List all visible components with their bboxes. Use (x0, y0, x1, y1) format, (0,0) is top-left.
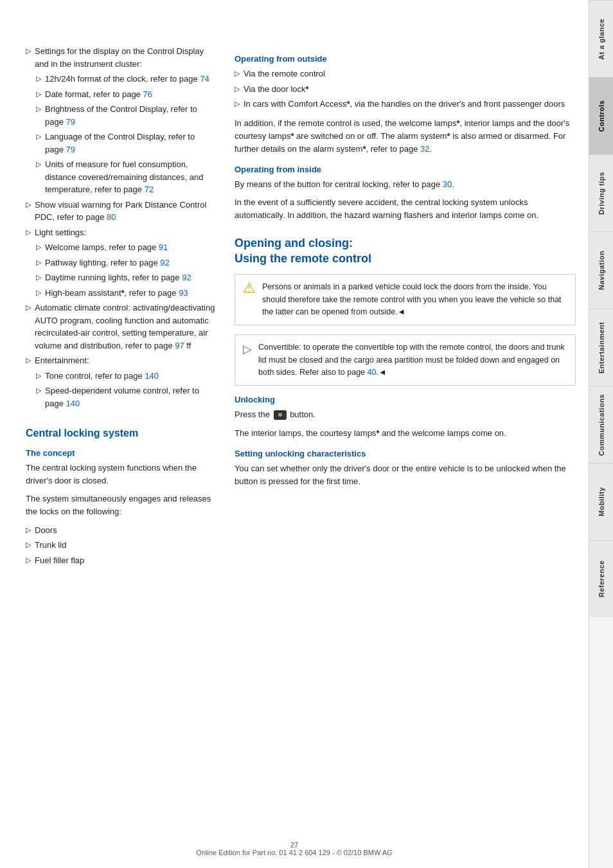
operating-inside-para2: In the event of a sufficiently severe ac… (235, 196, 576, 222)
page-footer: 27 Online Edition for Part no. 01 41 2 6… (0, 841, 589, 856)
bullet-text: Automatic climate control: activating/de… (35, 302, 215, 352)
note-text: Convertible: to operate the convertible … (258, 341, 567, 379)
bullet-text: Language of the Control Display, refer t… (45, 131, 215, 156)
list-item: ▷ Language of the Control Display, refer… (36, 131, 215, 156)
list-item: ▷ Fuel filler flap (26, 554, 215, 567)
unlocking-para2: The interior lamps, the courtesy lamps* … (235, 427, 576, 440)
opening-closing-heading: Opening and closing:Using the remote con… (235, 236, 576, 266)
sidebar-tab-entertainment[interactable]: Entertainment (589, 309, 613, 386)
page-link[interactable]: 72 (145, 185, 154, 194)
list-item: ▷ Welcome lamps, refer to page 91 (36, 241, 215, 254)
bullet-arrow: ▷ (36, 159, 41, 170)
note-box: ▷ Convertible: to operate the convertibl… (235, 334, 576, 386)
page-link[interactable]: 140 (66, 399, 80, 408)
operating-inside-heading: Operating from inside (235, 165, 576, 174)
bullet-text: Date format, refer to page 76 (45, 88, 215, 101)
bullet-arrow: ▷ (36, 272, 41, 283)
bullet-text: High-beam assistant*, refer to page 93 (45, 287, 215, 300)
page-link[interactable]: 97 (175, 341, 184, 350)
bullet-arrow: ▷ (26, 302, 31, 313)
list-item: ▷ Tone control, refer to page 140 (36, 370, 215, 383)
bullet-text: Entertainment: (35, 354, 215, 367)
page-link[interactable]: 92 (160, 258, 169, 267)
sidebar-tab-mobility[interactable]: Mobility (589, 463, 613, 540)
list-item: ▷ Brightness of the Control Display, ref… (36, 103, 215, 128)
list-item: ▷ Doors (26, 524, 215, 537)
bullet-arrow: ▷ (235, 84, 240, 95)
bullet-text: Pathway lighting, refer to page 92 (45, 257, 215, 269)
nested-list: ▷ Welcome lamps, refer to page 91 ▷ Path… (36, 241, 215, 299)
list-item: ▷ Via the remote control (235, 68, 576, 80)
page-link[interactable]: 40 (368, 368, 377, 377)
sidebar-tab-communications[interactable]: Communications (589, 386, 613, 463)
concept-para2: The system simultaneously engages and re… (26, 493, 215, 518)
sidebar-tab-reference[interactable]: Reference (589, 540, 613, 617)
bullet-arrow: ▷ (235, 68, 240, 79)
list-item: ▷ Date format, refer to page 76 (36, 88, 215, 101)
bullet-arrow: ▷ (36, 131, 41, 142)
sidebar-tab-at-a-glance[interactable]: At a glance (589, 0, 613, 77)
bullet-text: Speed-dependent volume control, refer to… (45, 384, 215, 410)
bullet-arrow: ▷ (36, 104, 41, 114)
list-item: ▷ Units of measure for fuel consumption,… (36, 158, 215, 196)
bullet-text: Show visual warning for Park Distance Co… (35, 199, 215, 224)
page-link[interactable]: 79 (66, 117, 75, 127)
bullet-arrow: ▷ (26, 46, 31, 57)
page-link[interactable]: 74 (200, 74, 209, 84)
bullet-arrow: ▷ (36, 73, 41, 84)
bullet-text: Light settings: (35, 226, 215, 239)
list-item: ▷ Show visual warning for Park Distance … (26, 199, 215, 224)
operating-outside-para: In addition, if the remote control is us… (235, 117, 576, 156)
list-item: ▷ Speed-dependent volume control, refer … (36, 384, 215, 410)
page-link[interactable]: 32 (420, 144, 429, 154)
note-icon: ▷ (243, 342, 252, 356)
page-link[interactable]: 79 (66, 145, 75, 154)
operating-outside-heading: Operating from outside (235, 54, 576, 64)
bullet-text: Welcome lamps, refer to page 91 (45, 241, 215, 254)
page-link[interactable]: 80 (107, 212, 116, 222)
bullet-arrow: ▷ (36, 257, 41, 268)
list-item: ▷ 12h/24h format of the clock, refer to … (36, 73, 215, 86)
page-number: 27 (290, 841, 298, 849)
list-item: ▷ Entertainment: (26, 354, 215, 367)
page-link[interactable]: 93 (179, 288, 188, 298)
bullet-text: In cars with Comfort Access*, via the ha… (244, 98, 576, 111)
bullet-text: Tone control, refer to page 140 (45, 370, 215, 383)
bullet-arrow: ▷ (26, 355, 31, 366)
page-link[interactable]: 91 (159, 242, 168, 252)
list-item: ▷ Light settings: (26, 226, 215, 239)
bullet-arrow: ▷ (26, 555, 31, 566)
bullet-arrow: ▷ (36, 370, 41, 381)
bullet-arrow: ▷ (36, 89, 41, 100)
page-link[interactable]: 30 (443, 179, 452, 189)
central-locking-heading: Central locking system (26, 428, 215, 439)
list-item: ▷ Daytime running lights, refer to page … (36, 271, 215, 284)
bullet-text: Doors (35, 524, 215, 537)
warning-icon: ⚠ (243, 280, 256, 296)
concept-para1: The central locking system functions whe… (26, 462, 215, 487)
list-item: ▷ Automatic climate control: activating/… (26, 302, 215, 352)
footer-copyright: Online Edition for Part no. 01 41 2 604 … (196, 849, 392, 856)
opening-closing-line1: Opening and closing:Using the remote con… (235, 237, 371, 264)
bullet-arrow: ▷ (26, 539, 31, 550)
nested-list: ▷ Tone control, refer to page 140 ▷ Spee… (36, 370, 215, 410)
bullet-text: Via the door lock* (244, 83, 576, 96)
setting-unlocking-heading: Setting unlocking characteristics (235, 449, 576, 458)
list-item: ▷ Via the door lock* (235, 83, 576, 96)
bullet-arrow: ▷ (36, 287, 41, 298)
nested-list: ▷ 12h/24h format of the clock, refer to … (36, 73, 215, 196)
bullet-arrow: ▷ (26, 525, 31, 536)
setting-unlocking-para: You can set whether only the driver's do… (235, 462, 576, 488)
sidebar-tab-navigation[interactable]: Navigation (589, 231, 613, 309)
page-link[interactable]: 92 (182, 273, 191, 282)
sidebar-tab-controls[interactable]: Controls (589, 77, 613, 154)
page-link[interactable]: 140 (145, 371, 159, 381)
sidebar-tab-driving-tips[interactable]: Driving tips (589, 154, 613, 231)
bullet-text: Via the remote control (244, 68, 576, 80)
concept-subheading: The concept (26, 448, 215, 458)
list-item: ▷ In cars with Comfort Access*, via the … (235, 98, 576, 111)
page-link[interactable]: 76 (143, 89, 152, 99)
sidebar: At a glance Controls Driving tips Naviga… (589, 0, 613, 868)
operating-inside-para1: By means of the button for central locki… (235, 178, 576, 191)
bullet-arrow: ▷ (235, 98, 240, 109)
